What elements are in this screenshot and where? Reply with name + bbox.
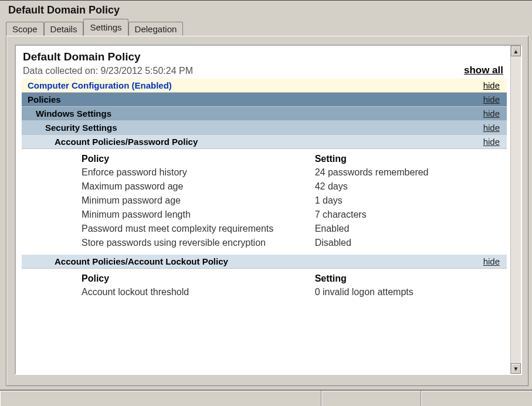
policy-cell: Minimum password length: [82, 208, 315, 222]
section-label: Computer Configuration (Enabled): [28, 80, 172, 90]
setting-cell: Enabled: [315, 222, 506, 236]
policy-cell: Password must meet complexity requiremen…: [82, 222, 315, 236]
tab-details[interactable]: Details: [44, 22, 84, 36]
col-header-policy: Policy: [82, 270, 315, 285]
setting-cell: 0 invalid logon attempts: [315, 285, 506, 299]
section-computer-configuration[interactable]: Computer Configuration (Enabled) hide: [22, 79, 507, 93]
col-header-setting: Setting: [315, 270, 506, 285]
section-label: Account Policies/Password Policy: [55, 137, 198, 147]
gpo-report: Default Domain Policy Data collected on:…: [16, 46, 510, 299]
password-policy-table-wrap: Policy Setting Enforce password history2…: [82, 150, 506, 250]
password-policy-table: Policy Setting Enforce password history2…: [82, 150, 506, 250]
report-frame: Default Domain Policy Data collected on:…: [15, 45, 522, 375]
table-header-row: Policy Setting: [82, 270, 506, 285]
tab-body: Default Domain Policy Data collected on:…: [6, 36, 528, 386]
hide-link[interactable]: hide: [483, 109, 500, 119]
table-row: Store passwords using reversible encrypt…: [82, 236, 506, 250]
tab-settings[interactable]: Settings: [83, 19, 128, 36]
hide-link[interactable]: hide: [483, 80, 500, 90]
hide-link[interactable]: hide: [483, 123, 500, 133]
hide-link[interactable]: hide: [483, 256, 500, 266]
policy-cell: Account lockout threshold: [82, 285, 315, 299]
show-all-link[interactable]: show all: [464, 65, 503, 76]
section-lockout-policy[interactable]: Account Policies/Account Lockout Policy …: [22, 255, 507, 269]
tab-scope[interactable]: Scope: [6, 22, 44, 36]
hide-link[interactable]: hide: [483, 94, 500, 104]
section-label: Account Policies/Account Lockout Policy: [55, 256, 228, 266]
policy-cell: Minimum password age: [82, 194, 315, 208]
table-row: Password must meet complexity requiremen…: [82, 222, 506, 236]
report-title: Default Domain Policy: [19, 47, 509, 65]
section-windows-settings[interactable]: Windows Settings hide: [22, 107, 507, 121]
vertical-scrollbar[interactable]: ▲ ▼: [510, 46, 521, 374]
scroll-up-button[interactable]: ▲: [511, 46, 521, 56]
hide-link[interactable]: hide: [483, 137, 500, 147]
setting-cell: 1 days: [315, 194, 506, 208]
status-cell: [421, 391, 532, 406]
section-policies[interactable]: Policies hide: [22, 93, 507, 107]
tab-strip: Scope Details Settings Delegation: [0, 19, 532, 35]
collected-on-label: Data collected on: 9/23/2012 5:50:24 PM: [23, 66, 193, 76]
setting-cell: Disabled: [315, 236, 506, 250]
table-header-row: Policy Setting: [82, 150, 506, 165]
setting-cell: 24 passwords remembered: [315, 165, 506, 180]
policy-cell: Enforce password history: [82, 165, 315, 180]
table-row: Minimum password age1 days: [82, 194, 506, 208]
policy-cell: Maximum password age: [82, 180, 315, 194]
table-row: Enforce password history24 passwords rem…: [82, 165, 506, 180]
lockout-policy-table: Policy Setting Account lockout threshold…: [82, 270, 506, 299]
lockout-policy-table-wrap: Policy Setting Account lockout threshold…: [82, 270, 506, 299]
scroll-down-button[interactable]: ▼: [511, 363, 521, 374]
section-password-policy[interactable]: Account Policies/Password Policy hide: [22, 135, 507, 149]
col-header-policy: Policy: [82, 150, 315, 165]
section-label: Security Settings: [45, 123, 117, 133]
table-row: Maximum password age42 days: [82, 180, 506, 194]
policy-cell: Store passwords using reversible encrypt…: [82, 236, 315, 250]
section-label: Windows Settings: [36, 109, 111, 119]
status-bar: [0, 390, 532, 406]
table-row: Account lockout threshold0 invalid logon…: [82, 285, 506, 299]
setting-cell: 42 days: [315, 180, 506, 194]
gpmc-window: Default Domain Policy Scope Details Sett…: [0, 0, 532, 406]
table-row: Minimum password length7 characters: [82, 208, 506, 222]
setting-cell: 7 characters: [315, 208, 506, 222]
section-label: Policies: [28, 94, 61, 104]
status-cell: [321, 391, 421, 406]
window-title: Default Domain Policy: [0, 1, 532, 19]
tab-delegation[interactable]: Delegation: [128, 22, 184, 36]
section-security-settings[interactable]: Security Settings hide: [22, 121, 507, 135]
col-header-setting: Setting: [315, 150, 506, 165]
report-scroll-area: Default Domain Policy Data collected on:…: [16, 46, 510, 374]
status-cell: [0, 391, 321, 406]
